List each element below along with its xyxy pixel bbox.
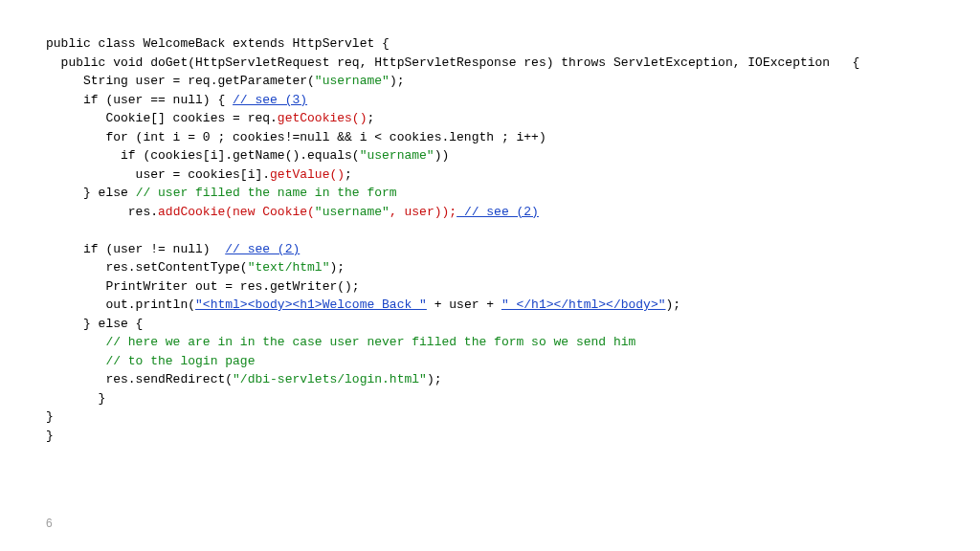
code-text: res.setContentType( bbox=[46, 260, 248, 275]
code-text: ); bbox=[329, 260, 345, 275]
code-text: res. bbox=[46, 205, 158, 219]
comment-link: // see (2) bbox=[457, 205, 539, 219]
code-text: Cookie[] cookies = req. bbox=[46, 111, 278, 125]
code-text: } else bbox=[46, 186, 136, 200]
comment: // here we are in in the case user never… bbox=[46, 335, 635, 349]
code-text: out.println( bbox=[46, 298, 195, 312]
string-literal: "/dbi-servlets/login.html" bbox=[233, 372, 427, 386]
code-text: ; bbox=[367, 111, 374, 125]
code-line: for (int i = 0 ; cookies!=null && i < co… bbox=[46, 130, 546, 144]
comment-link: // see (2) bbox=[225, 242, 300, 256]
slide: public class WelcomeBack extends HttpSer… bbox=[0, 0, 980, 551]
code-line: public class WelcomeBack extends HttpSer… bbox=[46, 36, 390, 51]
string-literal: "<html><body><h1>Welcome Back " bbox=[195, 298, 427, 312]
code-text: if (cookies[i].getName().equals( bbox=[46, 148, 360, 163]
string-literal: "username" bbox=[315, 74, 390, 88]
code-text: + user + bbox=[427, 298, 501, 312]
code-text: ); bbox=[666, 298, 681, 312]
method-highlight: , user)); bbox=[390, 205, 457, 219]
string-literal: "text/html" bbox=[248, 260, 330, 275]
code-line: } bbox=[46, 391, 105, 406]
string-literal: "username" bbox=[315, 205, 390, 219]
method-highlight: getValue() bbox=[270, 167, 345, 182]
string-literal: " </h1></html></body>" bbox=[501, 298, 666, 312]
method-highlight: getCookies() bbox=[278, 111, 368, 125]
code-line: } bbox=[46, 409, 54, 424]
code-text: user = cookies[i]. bbox=[46, 167, 270, 182]
comment: // to the login page bbox=[46, 354, 255, 368]
code-text: String user = req.getParameter( bbox=[46, 74, 315, 88]
code-text: ); bbox=[427, 372, 442, 386]
code-line: } bbox=[46, 429, 54, 443]
page-number: 6 bbox=[46, 515, 53, 532]
code-text: if (user == null) { bbox=[46, 93, 233, 107]
method-highlight: addCookie(new Cookie( bbox=[158, 205, 315, 219]
code-text: ); bbox=[390, 74, 405, 88]
code-text: if (user != null) bbox=[46, 242, 225, 256]
code-text: )) bbox=[434, 148, 450, 163]
code-line: public void doGet(HttpServletRequest req… bbox=[46, 55, 859, 70]
code-line: } else { bbox=[46, 317, 143, 331]
code-text: ; bbox=[345, 167, 352, 182]
code-block: public class WelcomeBack extends HttpSer… bbox=[46, 34, 942, 445]
string-literal: "username" bbox=[360, 148, 434, 163]
code-text: res.sendRedirect( bbox=[46, 372, 233, 386]
comment-link: // see (3) bbox=[233, 93, 307, 107]
code-line: PrintWriter out = res.getWriter(); bbox=[46, 279, 360, 294]
comment: // user filled the name in the form bbox=[136, 186, 397, 200]
